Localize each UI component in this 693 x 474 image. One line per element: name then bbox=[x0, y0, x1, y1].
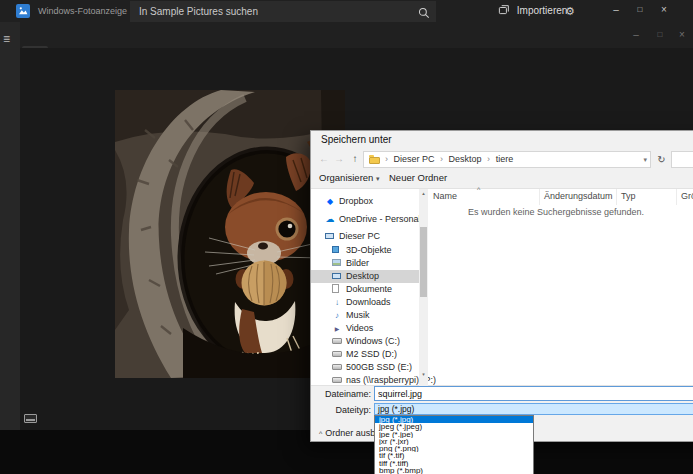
chevron-right-icon: › bbox=[385, 152, 388, 167]
network-drive-icon bbox=[332, 377, 342, 383]
filetype-option-jpe[interactable]: jpe (*.jpe) bbox=[375, 431, 533, 438]
sidebar-item-drive-d[interactable]: M2 SSD (D:) bbox=[311, 348, 419, 361]
filename-input[interactable] bbox=[374, 386, 693, 401]
sidebar-item-3d-objects[interactable]: 3D-Objekte bbox=[311, 244, 419, 257]
filetype-option-jpeg[interactable]: jpeg (*.jpeg) bbox=[375, 423, 533, 430]
sidebar-scrollbar[interactable]: ▴ ▾ bbox=[419, 189, 428, 387]
sort-ascending-icon: ^ bbox=[477, 186, 480, 193]
left-nav-strip bbox=[0, 22, 20, 430]
chevron-right-icon: › bbox=[487, 152, 490, 167]
column-header-name[interactable]: Name bbox=[433, 191, 457, 201]
search-text: In Sample Pictures suchen bbox=[139, 6, 258, 17]
maximize-button-secondary[interactable]: □ bbox=[650, 27, 670, 44]
folder-icon bbox=[369, 157, 380, 164]
dialog-body: ◆Dropbox ☁OneDrive - Personal Dieser PC … bbox=[311, 188, 693, 386]
screen: Windows-Fotoanzeige In Sample Pictures s… bbox=[0, 0, 693, 474]
close-button[interactable]: × bbox=[654, 2, 674, 19]
sidebar-item-drive-c[interactable]: Windows (C:) bbox=[311, 335, 419, 348]
filetype-option-jxr[interactable]: jxr (*.jxr) bbox=[375, 438, 533, 445]
nav-back-button[interactable]: ← bbox=[317, 151, 331, 167]
column-header-type[interactable]: Typ bbox=[621, 191, 636, 201]
sidebar-item-downloads[interactable]: ↓Downloads bbox=[311, 296, 419, 309]
filetype-option-tiff[interactable]: tiff (*.tiff) bbox=[375, 460, 533, 467]
breadcrumb-desktop[interactable]: Desktop bbox=[446, 152, 485, 167]
collapse-caret-icon: ^ bbox=[319, 430, 322, 437]
sidebar-item-onedrive[interactable]: ☁OneDrive - Personal bbox=[311, 213, 419, 226]
dialog-search-input[interactable] bbox=[671, 151, 693, 168]
onedrive-cloud-icon: ☁ bbox=[325, 215, 335, 225]
filetype-option-bmp[interactable]: bmp (*.bmp) bbox=[375, 467, 533, 474]
new-folder-label: Neuer Ordner bbox=[389, 172, 447, 183]
import-button[interactable]: Importieren bbox=[498, 0, 567, 22]
organize-menu[interactable]: Organisieren ▾ bbox=[319, 172, 380, 183]
sidebar-item-this-pc[interactable]: Dieser PC bbox=[311, 230, 419, 243]
search-input[interactable]: In Sample Pictures suchen bbox=[130, 1, 436, 22]
import-label: Importieren bbox=[517, 5, 568, 16]
breadcrumb: › Dieser PC › Desktop › tiere bbox=[385, 152, 516, 167]
photos-toolbar: ⋯ – □ × bbox=[0, 22, 693, 48]
sidebar-item-dropbox[interactable]: ◆Dropbox bbox=[311, 195, 419, 208]
settings-gear-icon[interactable]: ⚙ bbox=[562, 0, 578, 22]
sidebar-item-videos[interactable]: ▶Videos bbox=[311, 322, 419, 335]
address-bar[interactable]: › Dieser PC › Desktop › tiere ▾ bbox=[363, 151, 651, 168]
organize-label: Organisieren bbox=[319, 172, 373, 183]
new-folder-button[interactable]: Neuer Ordner bbox=[389, 172, 447, 183]
dropbox-icon: ◆ bbox=[325, 197, 335, 207]
3d-objects-icon bbox=[332, 246, 339, 253]
music-icon: ♪ bbox=[332, 311, 342, 321]
sidebar-item-music[interactable]: ♪Musik bbox=[311, 309, 419, 322]
chevron-right-icon: › bbox=[440, 152, 443, 167]
filename-label: Dateiname: bbox=[317, 389, 371, 399]
documents-icon bbox=[332, 284, 339, 293]
photos-titlebar: Windows-Fotoanzeige In Sample Pictures s… bbox=[0, 0, 693, 22]
window-title: Windows-Fotoanzeige bbox=[38, 0, 127, 22]
scroll-up-icon[interactable]: ▴ bbox=[419, 189, 428, 198]
computer-icon bbox=[325, 233, 334, 239]
save-as-dialog: Speichern unter ← → ↑ › Dieser PC › Desk… bbox=[310, 130, 693, 442]
empty-results-message: Es wurden keine Suchergebnisse gefunden. bbox=[431, 207, 681, 217]
breadcrumb-this-pc[interactable]: Dieser PC bbox=[391, 152, 438, 167]
column-header-date[interactable]: Änderungsdatum bbox=[544, 191, 613, 201]
filetype-label: Dateityp: bbox=[317, 405, 371, 415]
minimize-button[interactable]: – bbox=[606, 2, 626, 19]
address-dropdown-caret-icon[interactable]: ▾ bbox=[643, 152, 647, 167]
sidebar-item-desktop[interactable]: Desktop bbox=[311, 270, 419, 283]
minimize-button-secondary[interactable]: – bbox=[626, 27, 646, 44]
caret-down-icon: ▾ bbox=[376, 175, 380, 182]
filetype-option-tif[interactable]: tif (*.tif) bbox=[375, 452, 533, 459]
hamburger-menu-icon[interactable]: ≡ bbox=[3, 32, 10, 46]
column-header-size[interactable]: Größe bbox=[681, 191, 693, 201]
videos-icon: ▶ bbox=[332, 324, 342, 334]
nav-forward-button[interactable]: → bbox=[332, 151, 346, 167]
drive-icon bbox=[332, 338, 342, 344]
dialog-title: Speichern unter bbox=[321, 134, 392, 145]
close-button-secondary[interactable]: × bbox=[672, 27, 692, 44]
search-icon[interactable] bbox=[418, 5, 430, 23]
desktop-icon bbox=[332, 273, 341, 279]
pictures-icon bbox=[332, 259, 341, 266]
filetype-option-jpg[interactable]: jpg (*.jpg) bbox=[375, 416, 533, 423]
drive-icon bbox=[332, 351, 342, 357]
import-icon bbox=[498, 7, 513, 18]
filetype-dropdown-list: jpg (*.jpg) jpeg (*.jpeg) jpe (*.jpe) jx… bbox=[374, 415, 534, 474]
maximize-button[interactable]: □ bbox=[630, 2, 650, 19]
scroll-down-icon[interactable]: ▾ bbox=[419, 370, 428, 379]
refresh-icon[interactable]: ↻ bbox=[655, 151, 668, 168]
nav-up-button[interactable]: ↑ bbox=[348, 151, 362, 167]
filmstrip-toggle-icon[interactable] bbox=[24, 414, 37, 423]
photos-app-icon bbox=[16, 4, 30, 22]
scrollbar-thumb[interactable] bbox=[420, 227, 427, 297]
sidebar-item-documents[interactable]: Dokumente bbox=[311, 283, 419, 296]
drive-icon bbox=[332, 364, 342, 370]
filetype-option-png[interactable]: png (*.png) bbox=[375, 445, 533, 452]
sidebar-item-pictures[interactable]: Bilder bbox=[311, 257, 419, 270]
sidebar-item-drive-e[interactable]: 500GB SSD (E:) bbox=[311, 361, 419, 374]
downloads-icon: ↓ bbox=[332, 298, 342, 308]
filetype-combobox[interactable]: jpg (*.jpg) bbox=[374, 403, 693, 415]
breadcrumb-tiere[interactable]: tiere bbox=[493, 152, 517, 167]
